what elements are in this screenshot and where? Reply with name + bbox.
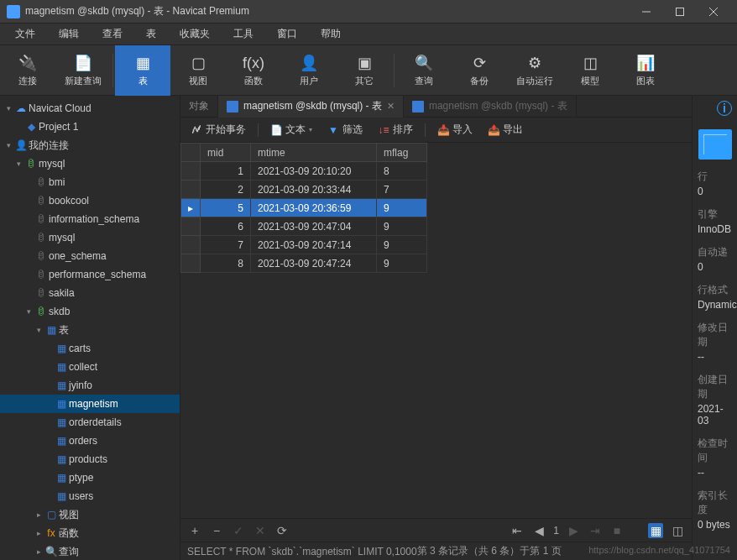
tab[interactable]: magnetism @skdb (mysql) - 表	[404, 96, 577, 118]
cell-mid[interactable]: 5	[201, 199, 251, 217]
table-row[interactable]: 82021-03-09 20:47:249	[181, 254, 427, 273]
tab[interactable]: 对象	[180, 96, 218, 118]
import-button[interactable]: 📥导入	[434, 123, 476, 137]
tree-item-Project 1[interactable]: ◆Project 1	[0, 118, 180, 136]
menu-查看[interactable]: 查看	[91, 24, 134, 45]
stop-button[interactable]: ■	[609, 523, 625, 538]
tool-view[interactable]: ▢视图	[170, 45, 226, 96]
cell-mflag[interactable]: 8	[377, 162, 427, 181]
tree-item-orders[interactable]: ▦orders	[0, 432, 180, 450]
tree-item-mysql[interactable]: ▾🛢mysql	[0, 154, 180, 173]
cell-mtime[interactable]: 2021-03-09 20:10:20	[251, 162, 377, 181]
cell-mflag[interactable]: 9	[377, 217, 427, 236]
last-page-button[interactable]: ⇥	[588, 523, 603, 538]
tree-item-ptype[interactable]: ▦ptype	[0, 468, 180, 487]
table-row[interactable]: ▸52021-03-09 20:36:599	[181, 199, 427, 217]
sidebar[interactable]: ▾☁Navicat Cloud◆Project 1▾👤我的连接▾🛢mysql🛢b…	[0, 96, 180, 560]
cell-mtime[interactable]: 2021-03-09 20:47:04	[251, 217, 377, 236]
tree-item-performance_schema[interactable]: 🛢performance_schema	[0, 265, 180, 284]
tool-table[interactable]: ▦表	[115, 45, 170, 96]
tool-auto[interactable]: ⚙自动运行	[507, 45, 562, 96]
menu-表[interactable]: 表	[134, 24, 168, 45]
menu-收藏夹[interactable]: 收藏夹	[168, 24, 222, 45]
text-button[interactable]: 📄文本▾	[267, 123, 316, 137]
tree-item-函数[interactable]: ▸fx函数	[0, 524, 180, 542]
grid-view-button[interactable]: ▦	[648, 523, 663, 538]
expand-icon[interactable]: ▸	[34, 510, 44, 519]
cell-mid[interactable]: 8	[201, 254, 251, 273]
tree-item-bookcool[interactable]: 🛢bookcool	[0, 191, 180, 210]
col-mid[interactable]: mid	[201, 144, 251, 162]
tool-connect[interactable]: 🔌连接	[0, 45, 55, 96]
form-view-button[interactable]: ◫	[670, 523, 685, 538]
cell-mid[interactable]: 2	[201, 181, 251, 199]
tool-chart[interactable]: 📊图表	[618, 45, 673, 96]
tool-user[interactable]: 👤用户	[281, 45, 337, 96]
prev-page-button[interactable]: ◀	[531, 523, 546, 538]
apply-button[interactable]: ✓	[231, 523, 246, 538]
table-row[interactable]: 62021-03-09 20:47:049	[181, 217, 427, 236]
export-button[interactable]: 📤导出	[484, 123, 526, 137]
data-grid[interactable]: midmtimemflag12021-03-09 20:10:20822021-…	[180, 143, 692, 518]
expand-icon[interactable]: ▾	[3, 104, 13, 113]
tree-item-我的连接[interactable]: ▾👤我的连接	[0, 136, 180, 154]
expand-icon[interactable]: ▸	[34, 547, 44, 556]
menu-窗口[interactable]: 窗口	[265, 24, 309, 45]
cell-mflag[interactable]: 7	[377, 181, 427, 199]
maximize-button[interactable]	[663, 0, 697, 24]
tree-item-carts[interactable]: ▦carts	[0, 339, 180, 358]
tree-item-bmi[interactable]: 🛢bmi	[0, 173, 180, 191]
tool-backup[interactable]: ⟳备份	[452, 45, 507, 96]
tree-item-products[interactable]: ▦products	[0, 450, 180, 468]
cell-mflag[interactable]: 9	[377, 236, 427, 254]
tree-item-one_schema[interactable]: 🛢one_schema	[0, 247, 180, 265]
tree-item-magnetism[interactable]: ▦magnetism	[0, 395, 180, 413]
col-mtime[interactable]: mtime	[251, 144, 377, 162]
cell-mflag[interactable]: 9	[377, 199, 427, 217]
table-row[interactable]: 12021-03-09 20:10:208	[181, 162, 427, 181]
menu-帮助[interactable]: 帮助	[309, 24, 353, 45]
cell-mtime[interactable]: 2021-03-09 20:36:59	[251, 199, 377, 217]
expand-icon[interactable]: ▾	[13, 160, 24, 168]
cell-mtime[interactable]: 2021-03-09 20:47:14	[251, 236, 377, 254]
tool-newquery[interactable]: 📄新建查询	[55, 45, 111, 96]
minimize-button[interactable]	[630, 0, 663, 24]
tool-query[interactable]: 🔍查询	[396, 45, 452, 96]
tool-func[interactable]: f(x)函数	[226, 45, 281, 96]
tree-item-查询[interactable]: ▸🔍查询	[0, 542, 180, 560]
cancel-button[interactable]: ✕	[253, 523, 268, 538]
tab[interactable]: magnetism @skdb (mysql) - 表✕	[218, 96, 404, 118]
cell-mid[interactable]: 1	[201, 162, 251, 181]
tree-item-视图[interactable]: ▸▢视图	[0, 505, 180, 524]
tool-model[interactable]: ◫模型	[562, 45, 618, 96]
cell-mtime[interactable]: 2021-03-09 20:33:44	[251, 181, 377, 199]
table-row[interactable]: 72021-03-09 20:47:149	[181, 236, 427, 254]
delete-row-button[interactable]: −	[209, 523, 224, 538]
menu-文件[interactable]: 文件	[3, 24, 47, 45]
cell-mid[interactable]: 6	[201, 217, 251, 236]
tree-item-sakila[interactable]: 🛢sakila	[0, 284, 180, 302]
cell-mflag[interactable]: 9	[377, 254, 427, 273]
col-mflag[interactable]: mflag	[377, 144, 427, 162]
add-row-button[interactable]: +	[187, 523, 202, 538]
tree-item-orderdetails[interactable]: ▦orderdetails	[0, 413, 180, 432]
info-icon[interactable]: i	[717, 101, 732, 116]
tree-item-mysql[interactable]: 🛢mysql	[0, 228, 180, 247]
tree-item-Navicat Cloud[interactable]: ▾☁Navicat Cloud	[0, 99, 180, 118]
expand-icon[interactable]: ▾	[3, 141, 13, 149]
cell-mtime[interactable]: 2021-03-09 20:47:24	[251, 254, 377, 273]
tree-item-skdb[interactable]: ▾🛢skdb	[0, 302, 180, 321]
begin-transaction-button[interactable]: 🗲开始事务	[187, 123, 249, 137]
menu-编辑[interactable]: 编辑	[47, 24, 91, 45]
table-row[interactable]: 22021-03-09 20:33:447	[181, 181, 427, 199]
tree-item-jyinfo[interactable]: ▦jyinfo	[0, 376, 180, 395]
sort-button[interactable]: ↓≡排序	[374, 123, 416, 137]
first-page-button[interactable]: ⇤	[510, 523, 525, 538]
tree-item-表[interactable]: ▾▦表	[0, 321, 180, 339]
tree-item-information_schema[interactable]: 🛢information_schema	[0, 210, 180, 228]
tool-other[interactable]: ▣其它	[337, 45, 392, 96]
close-button[interactable]	[697, 0, 730, 24]
cell-mid[interactable]: 7	[201, 236, 251, 254]
refresh-button[interactable]: ⟳	[274, 523, 290, 538]
expand-icon[interactable]: ▾	[34, 326, 44, 334]
